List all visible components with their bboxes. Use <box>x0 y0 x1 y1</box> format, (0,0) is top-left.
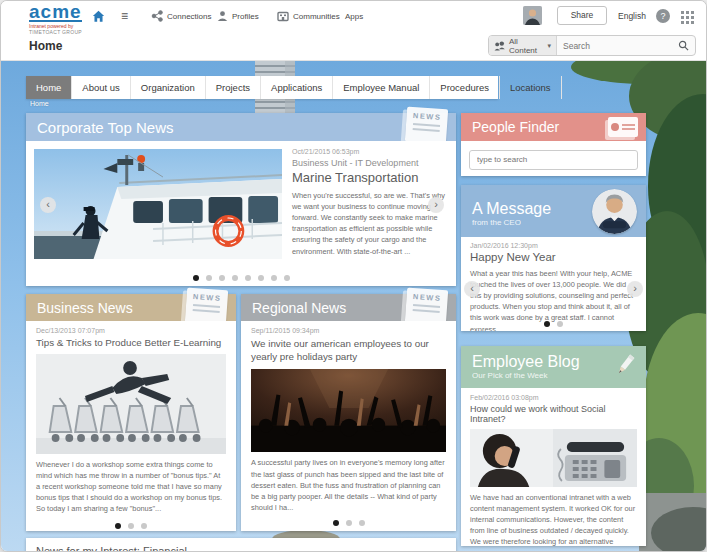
carousel: Sep/11/2015 09:34pm We invite our americ… <box>241 321 456 531</box>
article-image-carts[interactable] <box>36 354 226 454</box>
people-search-input[interactable] <box>469 150 638 170</box>
tab-procedures[interactable]: Procedures <box>430 76 500 99</box>
top-bar: acme Intranet powered by TIMETOACT GROUP… <box>1 1 707 31</box>
carousel-dots[interactable] <box>26 275 456 281</box>
carousel-dot[interactable] <box>557 321 563 327</box>
ceo-avatar <box>592 189 637 234</box>
article-title[interactable]: We invite our american employees to our … <box>251 337 446 363</box>
communities-icon <box>277 10 289 22</box>
article-body: A successful party lives on in everyone'… <box>251 457 446 513</box>
interest-news-widget: News for my Interest: Financial <box>26 538 456 552</box>
carousel-dots[interactable] <box>36 523 226 529</box>
carousel-dot[interactable] <box>271 275 277 281</box>
ceo-message-widget: A Message from the CEO Jan/02/2016 <box>461 185 646 331</box>
article-title[interactable]: How could we work without Social Intrane… <box>470 404 637 424</box>
carousel-dot[interactable] <box>141 523 147 529</box>
carousel-dot[interactable] <box>284 275 290 281</box>
carousel-dot[interactable] <box>206 275 212 281</box>
carousel: Oct/21/2015 06:53pm Business Unit - IT D… <box>26 141 456 286</box>
article-date: Sep/11/2015 09:34pm <box>251 327 446 334</box>
tab-locations[interactable]: Locations <box>500 76 562 99</box>
carousel-dot[interactable] <box>128 523 134 529</box>
article-title[interactable]: Tips & Tricks to Produce Better E-Learni… <box>36 337 226 348</box>
article-date: Jan/02/2016 12:30pm <box>470 242 637 249</box>
tab-organization[interactable]: Organization <box>131 76 206 99</box>
carousel-prev-button[interactable]: ‹ <box>464 281 480 297</box>
article-body: Whenever I do a workshop some extra thin… <box>36 459 226 515</box>
article-title[interactable]: Marine Transportation <box>292 170 448 185</box>
tab-employee-manual[interactable]: Employee Manual <box>333 76 430 99</box>
widget-title: Regional News <box>252 300 346 316</box>
widget-header: A Message from the CEO <box>461 185 646 237</box>
corporate-top-news-widget: Corporate Top News NEWS <box>26 113 456 286</box>
regional-news-widget: Regional News NEWS Sep/11/2015 09:34pm W… <box>241 294 456 531</box>
people-finder-body <box>461 141 646 176</box>
business-news-widget: Business News NEWS Dec/13/2013 07:07pm T… <box>26 294 236 531</box>
content-filter-label: All Content <box>509 37 543 55</box>
carousel-dot[interactable] <box>245 275 251 281</box>
people-filter-icon <box>494 37 505 55</box>
tab-about-us[interactable]: About us <box>72 76 131 99</box>
tab-home[interactable]: Home <box>26 76 72 99</box>
carousel-dot[interactable] <box>115 523 121 529</box>
user-avatar[interactable] <box>523 6 542 25</box>
apps-grid-button[interactable] <box>681 10 694 28</box>
nav-connections[interactable]: Connections <box>151 1 211 31</box>
carousel-dot[interactable] <box>219 275 225 281</box>
search-input[interactable] <box>563 41 674 51</box>
menu-button[interactable]: ≡ <box>121 1 128 31</box>
nav-communities[interactable]: Communities <box>277 1 340 31</box>
widget-header: Regional News NEWS <box>241 294 456 321</box>
article-body: We have had an conventional intranet wit… <box>470 492 637 546</box>
carousel-dots[interactable] <box>461 321 646 327</box>
carousel-dot[interactable] <box>258 275 264 281</box>
news-icon: NEWS <box>405 107 448 145</box>
content-filter-dropdown[interactable]: All Content ▾ <box>489 36 557 55</box>
news-icon: NEWS <box>185 288 228 326</box>
carousel: Jan/02/2016 12:30pm Happy New Year What … <box>461 237 646 331</box>
nav-label: Profiles <box>232 12 259 21</box>
home-icon <box>91 9 106 23</box>
nav-apps[interactable]: Apps <box>345 1 363 31</box>
article-text: Oct/21/2015 06:53pm Business Unit - IT D… <box>292 148 448 257</box>
widget-title: Corporate Top News <box>37 119 173 136</box>
widget-header: Business News NEWS <box>26 294 236 321</box>
carousel-dot[interactable] <box>359 520 365 526</box>
share-button[interactable]: Share <box>557 6 607 25</box>
carousel-dot[interactable] <box>193 275 199 281</box>
widget-title: Business News <box>37 300 133 316</box>
search-field-wrap <box>557 36 695 55</box>
home-button[interactable] <box>91 1 106 31</box>
carousel-dots[interactable] <box>251 520 446 526</box>
carousel-dot[interactable] <box>346 520 352 526</box>
carousel: Dec/13/2013 07:07pm Tips & Tricks to Pro… <box>26 321 236 531</box>
article-image-ship[interactable] <box>34 149 282 259</box>
blog-body: Feb/02/2016 03:08pm How could we work wi… <box>461 388 646 546</box>
carousel-next-button[interactable]: › <box>627 281 643 297</box>
widget-header: People Finder <box>461 113 646 141</box>
widget-title[interactable]: News for my Interest: Financial <box>26 540 456 552</box>
nav-profiles[interactable]: Profiles <box>217 1 259 31</box>
carousel-dot[interactable] <box>333 520 339 526</box>
carousel-dot[interactable] <box>232 275 238 281</box>
search-icon[interactable] <box>678 37 689 55</box>
carousel-prev-button[interactable]: ‹ <box>40 197 56 213</box>
article-image-crowd[interactable] <box>251 369 446 452</box>
article-category: Business Unit - IT Development <box>292 158 448 168</box>
help-button[interactable]: ? <box>656 9 670 23</box>
tab-projects[interactable]: Projects <box>206 76 261 99</box>
tab-applications[interactable]: Applications <box>261 76 333 99</box>
people-finder-widget: People Finder <box>461 113 646 176</box>
language-selector[interactable]: English <box>618 1 646 31</box>
profiles-icon <box>217 10 228 22</box>
nav-label: Communities <box>293 12 340 21</box>
search-bar: All Content ▾ <box>488 35 696 56</box>
contact-card-icon <box>608 117 638 137</box>
carousel-dot[interactable] <box>544 321 550 327</box>
main-navigation-tabs: Home About us Organization Projects Appl… <box>26 76 498 99</box>
breadcrumb[interactable]: Home <box>30 100 49 107</box>
widget-header: Corporate Top News NEWS <box>26 113 456 141</box>
carousel-next-button[interactable]: › <box>428 197 444 213</box>
article-title[interactable]: Happy New Year <box>470 251 637 263</box>
article-image-phone[interactable] <box>470 429 637 487</box>
